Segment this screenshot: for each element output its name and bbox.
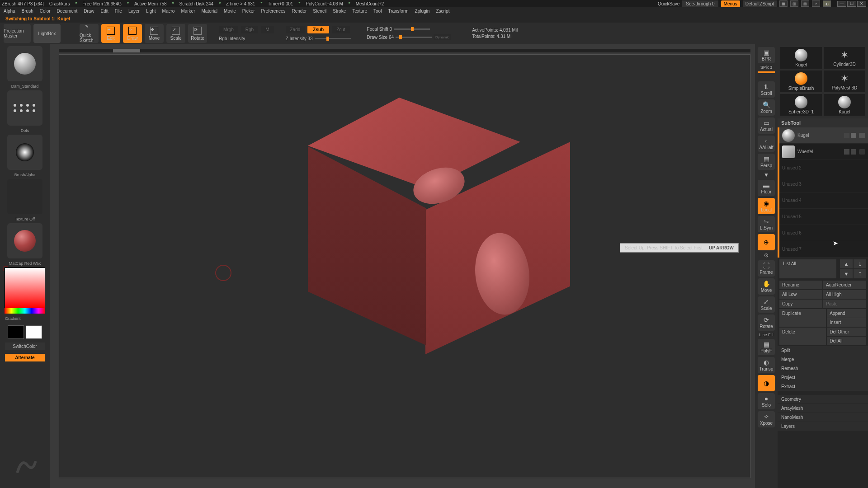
delete-button[interactable]: Delete [779, 328, 826, 345]
draw-size-label[interactable]: Draw Size 64 [367, 35, 394, 40]
alllow-button[interactable]: All Low [779, 290, 822, 299]
menus-toggle[interactable]: Menus [721, 0, 740, 7]
zcut-button[interactable]: Zcut [332, 26, 349, 33]
allhigh-button[interactable]: All High [823, 290, 866, 299]
arraymesh-section[interactable]: ArrayMesh [778, 404, 868, 413]
scale-nav-button[interactable]: ⤢Scale [758, 296, 775, 313]
z-intensity-label[interactable]: Z Intensity 33 [286, 36, 313, 41]
remesh-section[interactable]: Remesh [778, 364, 868, 373]
delother-button[interactable]: Del Other [827, 328, 866, 336]
menu-picker[interactable]: Picker [242, 9, 255, 14]
menu-brush[interactable]: Brush [22, 9, 33, 14]
spix-label[interactable]: SPix 3 [760, 65, 772, 70]
autoreorder-button[interactable]: AutoReorder [823, 281, 866, 289]
zadd-button[interactable]: Zadd [286, 26, 305, 33]
default-zscript[interactable]: DefaultZScript [743, 0, 777, 7]
color-icon[interactable]: ◐ [823, 0, 831, 7]
project-section[interactable]: Project [778, 373, 868, 382]
menu-light[interactable]: Light [146, 9, 156, 14]
menu-marker[interactable]: Marker [181, 9, 195, 14]
subtool-item-empty[interactable]: Unused 6 [779, 225, 868, 241]
stroke-selector[interactable] [7, 90, 42, 126]
duplicate-button[interactable]: Duplicate [779, 309, 826, 327]
maximize-icon[interactable]: ☐ [847, 1, 856, 7]
subtool-item-empty[interactable]: Unused 4 [779, 192, 868, 209]
menu-layer[interactable]: Layer [128, 9, 140, 14]
menu-edit[interactable]: Edit [101, 9, 108, 14]
lsym-button[interactable]: ⇋L.Sym [758, 216, 775, 232]
menu-preferences[interactable]: Preferences [261, 9, 286, 14]
xpose-button[interactable]: ✧Xpose [758, 411, 775, 427]
eye-icon[interactable] [859, 133, 865, 138]
floor-button[interactable]: ▬Floor [758, 180, 775, 196]
menu-movie[interactable]: Movie [224, 9, 236, 14]
copy-button[interactable]: Copy [779, 300, 822, 308]
tool-sphere3d[interactable]: Sphere3D_1 [780, 94, 822, 116]
dropdown-icon[interactable]: ▼ [764, 172, 769, 178]
tool-kugel[interactable]: Kugel [780, 47, 822, 69]
layout-icon-1[interactable]: ▦ [779, 0, 788, 7]
move-nav-button[interactable]: ✋Move [758, 278, 775, 295]
subtool-item-kugel[interactable]: Kugel [779, 127, 868, 144]
menu-stencil[interactable]: Stencil [313, 9, 326, 14]
menu-macro[interactable]: Macro [162, 9, 175, 14]
subtool-down-button[interactable]: ▼ [840, 269, 853, 278]
menu-document[interactable]: Document [57, 9, 78, 14]
frame-button[interactable]: ⛶Frame [758, 260, 775, 277]
layers-section[interactable]: Layers [778, 422, 868, 431]
switchcolor-button[interactable]: SwitchColor [5, 343, 45, 350]
listall-button[interactable]: List All [779, 259, 836, 278]
menu-alpha[interactable]: Alpha [4, 9, 15, 14]
menu-transform[interactable]: Transform [388, 9, 408, 14]
aahalf-button[interactable]: ▫AAHalf [758, 136, 775, 152]
menu-texture[interactable]: Texture [352, 9, 367, 14]
tool-cylinder[interactable]: ✶Cylinder3D [824, 47, 865, 69]
layout-icon-3[interactable]: ▤ [801, 0, 809, 7]
geometry-section[interactable]: Geometry [778, 395, 868, 404]
rotate-button[interactable]: ⟳Rotate [188, 24, 207, 43]
menu-material[interactable]: Material [202, 9, 218, 14]
rename-button[interactable]: Rename [779, 281, 822, 289]
focal-shift-label[interactable]: Focal Shift 0 [367, 27, 392, 32]
alternate-button[interactable]: Alternate [5, 354, 45, 361]
ghost-button[interactable]: ◑ [758, 375, 775, 391]
subtool-header[interactable]: SubTool [778, 118, 868, 127]
color-picker[interactable] [5, 267, 45, 308]
horizontal-scrollbar[interactable] [59, 49, 750, 52]
quicksave-button[interactable]: QuickSave [658, 1, 679, 6]
rgb-button[interactable]: Rgb [241, 26, 258, 33]
subtool-item-empty[interactable]: Unused 7 [779, 241, 868, 258]
subtool-up-button[interactable]: ▲ [840, 259, 853, 268]
menu-draw[interactable]: Draw [84, 9, 94, 14]
menu-stroke[interactable]: Stroke [333, 9, 346, 14]
close-icon[interactable]: ✕ [857, 1, 866, 7]
quicksketch-button[interactable]: ✎Quick Sketch [80, 24, 99, 43]
mrgb-button[interactable]: Mrgb [219, 26, 238, 33]
zoom-button[interactable]: 🔍Zoom [758, 99, 775, 116]
menu-render[interactable]: Render [292, 9, 307, 14]
menu-tool[interactable]: Tool [373, 9, 382, 14]
tool-kugel2[interactable]: Kugel [824, 94, 865, 116]
subtool-moveup-button[interactable]: ⭡ [854, 269, 866, 278]
insert-button[interactable]: Insert [827, 318, 866, 327]
minimize-icon[interactable]: — [837, 1, 846, 7]
draw-button[interactable]: ✧Draw [123, 24, 142, 43]
paste-button[interactable]: Paste [823, 300, 866, 308]
scroll-button[interactable]: ⥮Scroll [758, 81, 775, 98]
tool-polymesh[interactable]: ✶PolyMesh3D [824, 70, 865, 92]
dynamic-toggle[interactable]: Dynamic [434, 34, 451, 40]
persp-button[interactable]: ▦Persp [758, 154, 775, 170]
help-icon[interactable]: ? [812, 0, 820, 7]
local-button[interactable]: ◉Local [758, 198, 775, 214]
transp-button[interactable]: ◐Transp [758, 357, 775, 373]
brush-selector[interactable] [7, 46, 42, 81]
bpr-button[interactable]: ▣BPR [758, 47, 775, 63]
split-section[interactable]: Split [778, 346, 868, 355]
actual-button[interactable]: ▭Actual [758, 117, 775, 134]
polyf-button[interactable]: ▦PolyF [758, 339, 775, 355]
target-icon[interactable]: ⊙ [764, 252, 769, 258]
material-selector[interactable] [7, 223, 42, 258]
move-button[interactable]: ✥Move [145, 24, 164, 43]
rotate-nav-button[interactable]: ⟳Rotate [758, 314, 775, 331]
texture-selector[interactable] [7, 179, 42, 214]
